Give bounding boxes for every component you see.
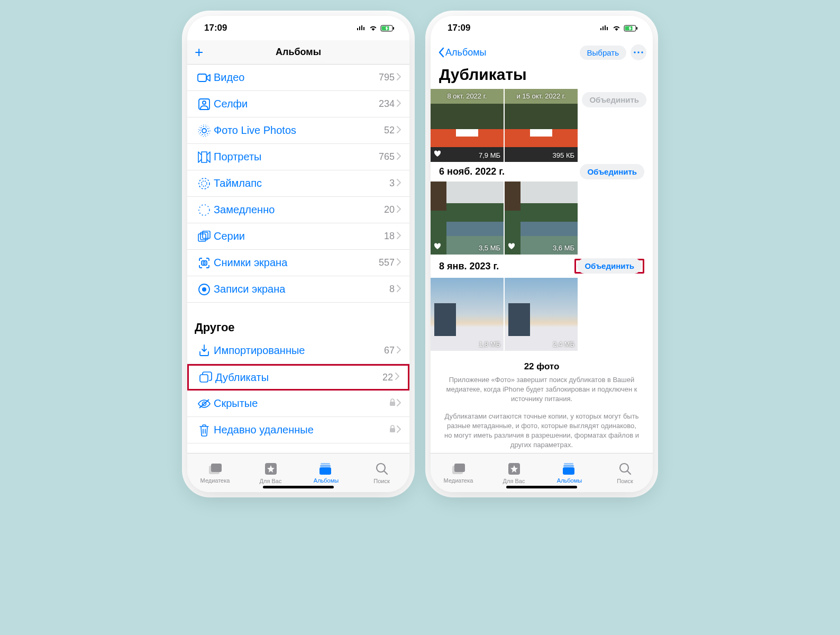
svg-point-11 <box>199 205 209 215</box>
chevron-right-icon <box>397 232 401 241</box>
search-icon <box>375 462 389 477</box>
video-icon <box>195 72 214 83</box>
album-row-live[interactable]: Фото Live Photos 52 <box>187 117 409 144</box>
album-label: Снимки экрана <box>214 257 379 269</box>
thumb-size: 2,4 МБ <box>553 340 574 348</box>
merge-button[interactable]: Объединить <box>582 92 646 107</box>
chevron-right-icon <box>397 73 401 83</box>
search-icon <box>618 462 632 477</box>
favorite-icon <box>434 150 441 159</box>
album-row-portrait[interactable]: Портреты 765 <box>187 144 409 170</box>
nav-bar: + Альбомы <box>187 40 409 65</box>
duplicate-group: 8 янв. 2023 г. Объединить 1,8 МБ 2,4 МБ <box>431 255 653 351</box>
favorite-icon <box>434 243 441 251</box>
album-row-slowmo[interactable]: Замедленно 20 <box>187 197 409 223</box>
chevron-right-icon <box>397 285 401 294</box>
select-button[interactable]: Выбрать <box>580 46 626 60</box>
svg-point-9 <box>199 178 209 189</box>
album-row-import[interactable]: Импортированные 67 <box>187 338 409 364</box>
chevron-right-icon <box>397 258 401 268</box>
tab-search[interactable]: Поиск <box>597 453 653 492</box>
lock-icon <box>389 398 396 409</box>
photo-thumb[interactable]: 2,4 МБ <box>505 278 578 351</box>
album-count: 765 <box>379 151 395 162</box>
photo-thumb[interactable]: и 15 окт. 2022 г. 395 КБ <box>505 89 578 162</box>
tab-label: Поиск <box>373 478 389 484</box>
phone-duplicates: 17:09 Альбомы Выбрать Дубликаты 8 окт. 2… <box>431 16 653 492</box>
svg-point-10 <box>202 181 207 186</box>
photo-thumb[interactable]: 1,8 МБ <box>431 278 504 351</box>
album-label: Видео <box>214 71 379 84</box>
svg-point-6 <box>202 129 206 133</box>
album-row-screenshot[interactable]: Снимки экрана 557 <box>187 250 409 276</box>
merge-button[interactable]: Объединить <box>580 164 644 179</box>
chevron-right-icon <box>397 126 401 135</box>
screenrec-icon <box>195 283 214 296</box>
album-row-selfie[interactable]: Селфи 234 <box>187 91 409 117</box>
tab-search[interactable]: Поиск <box>354 453 409 492</box>
group-date: 8 янв. 2023 г. <box>439 261 499 272</box>
back-button[interactable]: Альбомы <box>438 47 487 58</box>
album-row-screenrec[interactable]: Записи экрана 8 <box>187 276 409 303</box>
photo-thumb[interactable]: 8 окт. 2022 г. 7,9 МБ <box>431 89 504 162</box>
albums-list[interactable]: Видео 795 Селфи 234 Фото Live Photos 52 … <box>187 65 409 453</box>
add-button[interactable]: + <box>195 44 203 61</box>
svg-point-18 <box>202 287 206 292</box>
library-icon <box>208 462 223 476</box>
nav-bar: Альбомы Выбрать <box>431 40 653 65</box>
chevron-right-icon <box>397 205 401 215</box>
svg-rect-21 <box>390 402 395 406</box>
album-row-hidden[interactable]: Скрытые <box>187 391 409 417</box>
album-count: 52 <box>384 125 395 136</box>
album-row-duplicates[interactable]: Дубликаты 22 <box>187 364 409 391</box>
thumb-size: 7,9 МБ <box>479 151 500 159</box>
info-block: 22 фото Приложение «Фото» завершит поиск… <box>431 351 653 453</box>
page-title: Дубликаты <box>431 65 653 89</box>
tab-label: Поиск <box>617 478 633 484</box>
tab-label: Медиатека <box>200 477 230 484</box>
album-count: 795 <box>379 72 395 83</box>
duplicates-content[interactable]: Дубликаты 8 окт. 2022 г. 7,9 МБ и 15 окт… <box>431 65 653 453</box>
album-label: Серии <box>214 230 384 242</box>
section-header-other: Другое <box>187 303 409 338</box>
home-indicator[interactable] <box>506 486 577 488</box>
merge-button[interactable]: Объединить <box>577 258 642 274</box>
group-date: 6 нояб. 2022 г. <box>439 166 505 177</box>
status-time: 17:09 <box>448 23 470 33</box>
album-row-video[interactable]: Видео 795 <box>187 65 409 91</box>
tab-library[interactable]: Медиатека <box>431 453 486 492</box>
album-label: Замедленно <box>214 204 384 216</box>
album-row-timelapse[interactable]: Таймлапс 3 <box>187 170 409 197</box>
timelapse-icon <box>195 177 214 190</box>
chevron-right-icon <box>397 399 401 409</box>
svg-point-7 <box>200 126 208 135</box>
album-label: Недавно удаленные <box>214 424 389 436</box>
phone-albums: 17:09 + Альбомы Видео 795 Селфи 234 Фото… <box>187 16 409 492</box>
status-bar: 17:09 <box>431 16 653 40</box>
photo-thumb[interactable]: 3,6 МБ <box>505 182 578 255</box>
foryou-icon <box>507 462 521 477</box>
svg-rect-41 <box>563 467 574 475</box>
svg-rect-22 <box>390 428 395 432</box>
album-row-trash[interactable]: Недавно удаленные <box>187 417 409 443</box>
album-count: 3 <box>389 178 395 189</box>
svg-rect-2 <box>393 27 394 30</box>
status-icons <box>357 25 395 32</box>
album-row-burst[interactable]: Серии 18 <box>187 223 409 250</box>
album-count: 67 <box>384 345 395 356</box>
tab-label: Медиатека <box>444 477 473 484</box>
burst-icon <box>195 231 214 242</box>
duplicate-group: 8 окт. 2022 г. 7,9 МБ и 15 окт. 2022 г. … <box>431 89 653 162</box>
slowmo-icon <box>195 204 214 216</box>
more-button[interactable] <box>631 44 646 60</box>
svg-rect-3 <box>198 74 206 81</box>
tab-library[interactable]: Медиатека <box>187 453 243 492</box>
status-icons <box>600 25 638 32</box>
thumb-date: и 15 окт. 2022 г. <box>505 92 578 100</box>
photo-thumb[interactable]: 3,5 МБ <box>431 182 504 255</box>
svg-point-33 <box>634 51 635 53</box>
album-label: Импортированные <box>214 344 384 357</box>
svg-point-35 <box>641 51 643 53</box>
foryou-icon <box>264 462 278 477</box>
home-indicator[interactable] <box>263 486 334 488</box>
